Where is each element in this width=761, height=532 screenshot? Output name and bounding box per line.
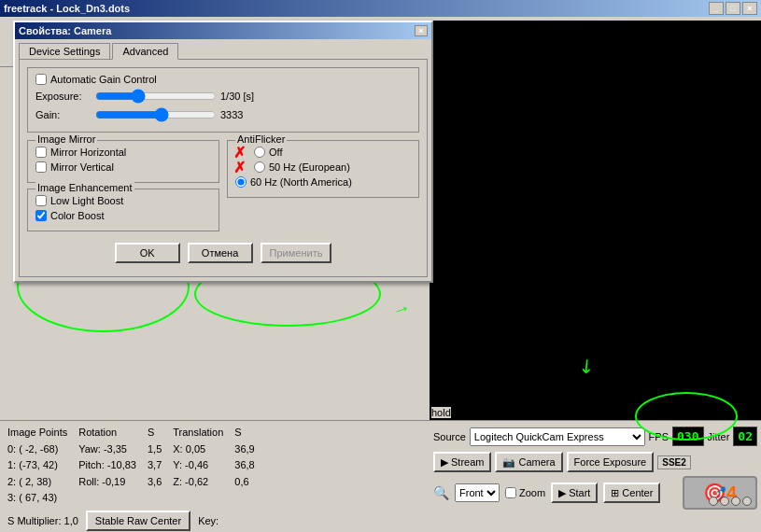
- zoom-icon: 🔍: [433, 485, 449, 500]
- camera-btn[interactable]: 📷 Camera: [495, 452, 562, 472]
- camera-dots: [709, 497, 752, 506]
- fps-value: 030: [672, 427, 703, 446]
- jitter-label: Jitter: [708, 431, 730, 442]
- zoom-checkbox[interactable]: [505, 487, 516, 498]
- camera-logo: 🎯4: [683, 476, 757, 510]
- window-title: freetrack - Lock_Dn3.dots: [4, 3, 130, 14]
- point-0: 0: ( -2, -68): [7, 441, 67, 458]
- data-col-points: Image Points 0: ( -2, -68) 1: (-73, 42) …: [7, 425, 67, 507]
- antiflicker-group: AntiFlicker ✗ Off ✗ 50 Hz (European) 60 …: [227, 140, 419, 198]
- color-boost-label: Color Boost: [50, 210, 104, 221]
- camera-icon: 📷: [502, 456, 515, 469]
- mirror-v-checkbox[interactable]: [35, 161, 47, 173]
- action-row: ▶ Stream 📷 Camera Force Exposure SSE2: [433, 452, 757, 472]
- title-bar-buttons: _ □ ×: [709, 2, 757, 15]
- low-light-row: Low Light Boost: [35, 195, 211, 206]
- mirror-v-label: Mirror Vertical: [50, 161, 114, 173]
- color-boost-checkbox[interactable]: [35, 210, 47, 221]
- two-col-section: Image Mirror Mirror Horizontal Mirror Ve…: [27, 140, 419, 237]
- low-light-checkbox[interactable]: [35, 195, 47, 206]
- data-col-translation: Translation X: 0,05 Y: -0,46 Z: -0,62: [173, 425, 223, 507]
- apply-button[interactable]: Применить: [261, 243, 332, 263]
- tab-device-settings[interactable]: Device Settings: [19, 43, 110, 59]
- exposure-slider[interactable]: [95, 89, 217, 104]
- key-label: Key:: [198, 515, 218, 526]
- dialog-tabs: Device Settings Advanced: [15, 39, 431, 59]
- start-label: Start: [569, 487, 590, 498]
- dialog-close-btn[interactable]: ×: [415, 25, 428, 36]
- gain-value: 3333: [220, 109, 276, 120]
- gain-slider[interactable]: [95, 107, 217, 122]
- source-select[interactable]: Logitech QuickCam Express: [470, 427, 645, 446]
- s-3: 3,6: [148, 474, 162, 491]
- bottom-right: Source Logitech QuickCam Express FPS 030…: [430, 421, 761, 532]
- s-multiplier: S Multiplier: 1,0: [7, 515, 78, 526]
- tab-advanced[interactable]: Advanced: [112, 43, 178, 60]
- front-row: 🔍 Front Zoom ▶ Start ⊞ Center 🎯4: [433, 476, 757, 510]
- force-exposure-btn[interactable]: Force Exposure: [567, 452, 655, 472]
- center-btn[interactable]: ⊞ Center: [603, 483, 660, 503]
- data-col-rotation: Rotation Yaw: -3,35 Pitch: -10,83 Roll: …: [78, 425, 136, 507]
- trans-z: Z: -0,62: [173, 474, 223, 491]
- exposure-value: 1/30 [s]: [220, 91, 276, 102]
- cancel-button[interactable]: Отмена: [188, 243, 253, 263]
- jitter-value: 02: [733, 427, 757, 446]
- dot-4: [742, 497, 752, 506]
- left-col: Image Mirror Mirror Horizontal Mirror Ve…: [27, 140, 219, 237]
- bottom-data: Image Points 0: ( -2, -68) 1: (-73, 42) …: [7, 425, 422, 507]
- color-boost-row: Color Boost: [35, 210, 211, 221]
- tab-advanced-content: Automatic Gain Control Exposure: 1/30 [s…: [19, 59, 428, 277]
- data-col-s: S 1,5 3,7 3,6: [148, 425, 162, 507]
- center-icon: ⊞: [611, 487, 619, 499]
- close-btn[interactable]: ×: [742, 2, 757, 15]
- fps-label: FPS: [649, 431, 669, 442]
- start-btn[interactable]: ▶ Start: [551, 483, 598, 503]
- zoom-check: Zoom: [505, 487, 545, 498]
- af-60hz-radio[interactable]: [235, 176, 247, 188]
- agc-checkbox[interactable]: [35, 74, 47, 85]
- mirror-h-checkbox[interactable]: [35, 147, 47, 158]
- s2-1: 36,9: [234, 441, 254, 458]
- image-mirror-group: Image Mirror Mirror Horizontal Mirror Ve…: [27, 140, 219, 183]
- af-50hz-label: 50 Hz (European): [269, 161, 350, 173]
- source-label: Source: [433, 431, 466, 442]
- zoom-label: Zoom: [519, 487, 545, 498]
- point-1: 1: (-73, 42): [7, 457, 67, 474]
- trans-x: X: 0,05: [173, 441, 223, 458]
- bottom-footer: S Multiplier: 1,0 Stable Raw Center Key:: [7, 511, 422, 531]
- ok-button[interactable]: OK: [115, 243, 180, 263]
- stable-raw-center-btn[interactable]: Stable Raw Center: [86, 511, 190, 531]
- gain-label: Gain:: [35, 109, 92, 120]
- af-50hz-radio[interactable]: [254, 161, 265, 173]
- agc-row: Automatic Gain Control: [35, 74, 411, 85]
- af-60hz-label: 60 Hz (North America): [250, 176, 352, 188]
- mirror-h-row: Mirror Horizontal: [35, 147, 211, 158]
- s-2: 3,7: [148, 457, 162, 474]
- exposure-row: Exposure: 1/30 [s]: [35, 89, 411, 104]
- x-mark-50hz: ✗: [233, 159, 246, 176]
- exposure-label: Exposure:: [35, 91, 92, 102]
- af-off-row: ✗ Off: [235, 147, 411, 158]
- camera-properties-dialog: Свойства: Camera × Device Settings Advan…: [13, 21, 433, 283]
- dialog-title-bar: Свойства: Camera ×: [15, 22, 431, 39]
- bottom-bar: Image Points 0: ( -2, -68) 1: (-73, 42) …: [0, 420, 761, 532]
- minimize-btn[interactable]: _: [709, 2, 724, 15]
- rotation-label: Rotation: [78, 425, 136, 441]
- arrow-2: →: [389, 296, 415, 322]
- window-title-bar: freetrack - Lock_Dn3.dots _ □ ×: [0, 0, 761, 17]
- sse-badge: SSE2: [657, 455, 691, 469]
- af-60hz-row: 60 Hz (North America): [235, 176, 411, 188]
- stream-icon: ▶: [441, 456, 448, 469]
- rot-yaw: Yaw: -3,35: [78, 441, 136, 458]
- af-50hz-row: ✗ 50 Hz (European): [235, 161, 411, 173]
- stream-btn[interactable]: ▶ Stream: [433, 452, 491, 472]
- dialog-title-text: Свойства: Camera: [19, 25, 111, 36]
- af-off-label: Off: [269, 147, 282, 158]
- maximize-btn[interactable]: □: [726, 2, 740, 15]
- af-off-radio[interactable]: [254, 147, 265, 158]
- rot-pitch: Pitch: -10,83: [78, 457, 136, 474]
- image-enhancement-group: Image Enhancement Low Light Boost Color …: [27, 189, 219, 231]
- front-select[interactable]: Front: [455, 483, 500, 502]
- dot-2: [720, 497, 729, 506]
- s2-2: 36,8: [234, 457, 254, 474]
